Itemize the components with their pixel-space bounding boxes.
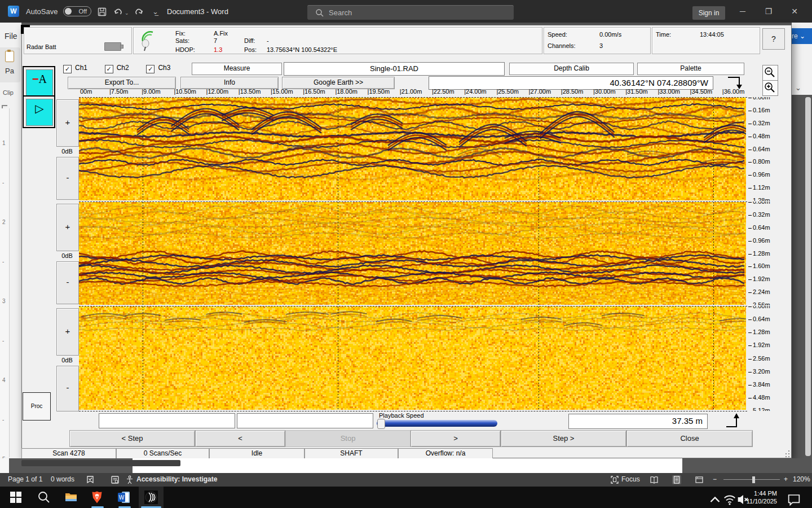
sign-in-button[interactable]: Sign in: [692, 6, 725, 20]
undo-dropdown-chevron[interactable]: ⌄: [125, 10, 129, 16]
ch3-gain-plus-button[interactable]: +: [56, 308, 79, 356]
save-icon[interactable]: [97, 7, 107, 17]
ch1-gain-minus-button[interactable]: -: [56, 157, 79, 200]
start-button-icon[interactable]: [9, 491, 23, 504]
restore-button[interactable]: ❐: [756, 0, 782, 23]
scroll-up-arrow-icon[interactable]: [725, 411, 743, 428]
zoom-in-button[interactable]: [762, 80, 778, 96]
fix-label: Fix:: [175, 30, 186, 37]
auto-gain-button[interactable]: −A: [23, 66, 55, 99]
step-forward-button[interactable]: Step >: [501, 430, 626, 447]
distance-tick-label: |15.00m: [271, 88, 293, 95]
ch1-gain-plus-button[interactable]: +: [56, 99, 79, 147]
document-title: Document3 - Word: [167, 7, 228, 16]
wifi-icon[interactable]: [723, 493, 736, 506]
proofing-icon[interactable]: [86, 475, 95, 484]
paste-button[interactable]: Pa: [0, 47, 20, 82]
proc-button[interactable]: Proc: [23, 392, 51, 421]
svg-text:W: W: [119, 494, 125, 501]
editor-icon[interactable]: [111, 475, 120, 484]
word-statusbar: Page 1 of 1 0 words Accessibility: Inves…: [0, 473, 812, 487]
radar-app-taskbar-slot[interactable]: [139, 487, 164, 508]
share-button-fragment[interactable]: re ⌄: [788, 28, 812, 44]
word-app-icon[interactable]: W: [8, 6, 19, 17]
search-box[interactable]: Search: [307, 5, 514, 20]
playback-speed-thumb[interactable]: [377, 419, 385, 429]
forward-button[interactable]: >: [411, 430, 501, 447]
ruler-fragment: [0, 458, 9, 473]
gps-satellite-icon: [139, 30, 156, 51]
accessibility-status[interactable]: Accessibility: Investigate: [136, 475, 217, 483]
playback-speed-slider[interactable]: [377, 420, 497, 427]
depth-tick-label: 0.96m: [753, 237, 770, 244]
stop-button[interactable]: Stop: [285, 430, 411, 447]
minimize-button[interactable]: ─: [730, 0, 756, 23]
brave-browser-icon[interactable]: [90, 491, 104, 504]
zoom-slider-thumb[interactable]: [752, 476, 755, 483]
ch2-gain-plus-button[interactable]: +: [56, 204, 79, 251]
horizontal-scrollbar-thumb[interactable]: [21, 460, 180, 466]
search-placeholder: Search: [329, 8, 352, 17]
tray-time: 1:44 PM: [747, 489, 777, 497]
depth-calib-button[interactable]: Depth Calib: [509, 63, 634, 75]
vertical-scrollbar[interactable]: [805, 97, 811, 456]
text-field-2[interactable]: [237, 413, 373, 428]
depth-tick-label: 1.28m: [753, 329, 770, 335]
print-layout-icon[interactable]: [672, 475, 681, 484]
state-indicator: Idle: [209, 448, 304, 459]
undo-icon[interactable]: [113, 7, 123, 17]
ruler-number: 1: [2, 140, 6, 146]
step-back-button[interactable]: < Step: [69, 430, 195, 447]
gps-panel: Fix: A.Fix Sats: 7 HDOP: 1.3 Diff: - Pos…: [133, 27, 542, 54]
scan-rate: 0 Scans/Sec: [116, 448, 209, 459]
zoom-out-control[interactable]: −: [713, 475, 717, 483]
ch1-checkbox[interactable]: ✓: [63, 65, 72, 73]
taskbar-search-icon[interactable]: [37, 491, 51, 504]
word-count[interactable]: 0 words: [51, 475, 74, 483]
tray-chevron-icon[interactable]: [708, 493, 722, 507]
depth-tick-label: 0.96m: [753, 171, 770, 178]
read-mode-icon[interactable]: [650, 475, 659, 484]
text-field-1[interactable]: [99, 413, 235, 428]
filename-field[interactable]: Single-01.RAD: [284, 62, 505, 76]
accessibility-icon[interactable]: [125, 475, 134, 484]
radargram-ch2[interactable]: [79, 202, 746, 305]
play-button[interactable]: ▷: [23, 95, 55, 128]
close-playback-button[interactable]: Close: [626, 430, 753, 447]
focus-icon[interactable]: [610, 475, 619, 484]
ch2-checkbox[interactable]: ✓: [105, 65, 113, 73]
distance-tick-label: |33.00m: [657, 88, 680, 95]
distance-tick-label: |28.50m: [561, 88, 584, 95]
ch3-gain-minus-button[interactable]: -: [56, 366, 79, 411]
focus-label[interactable]: Focus: [621, 475, 640, 483]
zoom-percent[interactable]: 120%: [793, 475, 810, 483]
ribbon-options-chevron[interactable]: ⌄̲: [152, 7, 158, 16]
autosave-toggle[interactable]: Off: [63, 6, 91, 16]
measure-button[interactable]: Measure: [192, 63, 282, 75]
file-menu[interactable]: File: [5, 32, 17, 41]
ch3-checkbox[interactable]: ✓: [146, 65, 155, 73]
radargram-ch1[interactable]: [79, 98, 746, 200]
palette-button[interactable]: Palette: [637, 63, 744, 75]
ribbon-collapse-chevron[interactable]: ⌄: [795, 84, 801, 92]
hdop-label: HDOP:: [175, 46, 195, 53]
word-ribbon-left-strip: File Pa Clip 1-2-3-4-5-: [0, 23, 21, 458]
auto-gain-glyph: −A: [26, 69, 53, 97]
zoom-out-button[interactable]: [762, 65, 778, 81]
distance-tick-label: |21.00m: [400, 88, 422, 95]
close-button[interactable]: ✕: [782, 0, 807, 23]
help-button[interactable]: ?: [762, 28, 785, 50]
back-button[interactable]: <: [195, 430, 285, 447]
file-explorer-icon[interactable]: [64, 491, 78, 504]
page-indicator[interactable]: Page 1 of 1: [8, 475, 42, 483]
ch2-gain-minus-button[interactable]: -: [56, 261, 79, 304]
radargram-ch3[interactable]: [79, 306, 746, 410]
zoom-slider-track[interactable]: [723, 479, 780, 480]
web-layout-icon[interactable]: [695, 475, 704, 484]
zoom-in-control[interactable]: +: [784, 475, 788, 483]
redo-icon[interactable]: [134, 7, 144, 17]
word-taskbar-icon[interactable]: W: [117, 491, 131, 504]
clock[interactable]: 1:44 PM 11/10/2025: [747, 489, 777, 505]
action-center-icon[interactable]: [787, 493, 801, 506]
resize-grip[interactable]: [784, 450, 791, 457]
